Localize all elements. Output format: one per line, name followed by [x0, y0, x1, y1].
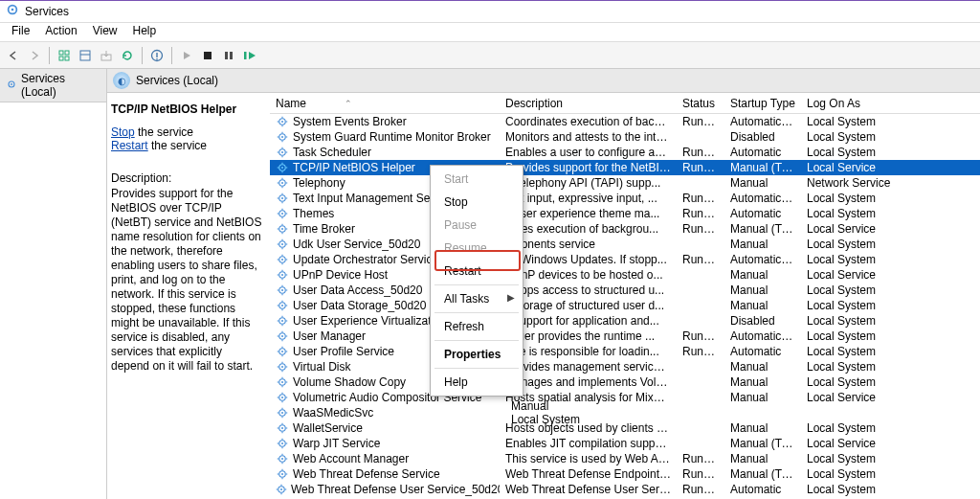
table-row[interactable]: System Events BrokerCoordinates executio… [270, 114, 980, 129]
content: TCP/IP NetBIOS Helper Stop the service R… [107, 93, 980, 499]
service-desc: s apps access to structured u... [500, 284, 677, 297]
service-desc: nates execution of backgrou... [500, 222, 677, 236]
col-name[interactable]: Name⌃ [270, 97, 500, 110]
restart-icon[interactable] [240, 46, 259, 65]
table-row[interactable]: User Profile Servicevice is responsible … [270, 344, 980, 359]
gear-icon [276, 452, 289, 465]
stop-icon[interactable] [198, 46, 217, 65]
cm-stop[interactable]: Stop [431, 191, 523, 214]
service-status: Running [677, 192, 724, 205]
service-startup: Automatic [724, 207, 801, 220]
col-status[interactable]: Status [677, 97, 724, 110]
service-name: Time Broker [293, 222, 355, 236]
service-logon: Local System [801, 207, 897, 220]
table-row[interactable]: Telephonys Telephony API (TAPI) supp...M… [270, 175, 980, 191]
table-row[interactable]: Themess user experience theme ma...Runni… [270, 206, 980, 221]
service-logon: Local System [801, 421, 897, 435]
back-icon[interactable] [4, 46, 23, 65]
table-row[interactable]: Udk User Service_50d20mponents serviceMa… [270, 237, 980, 252]
gear-icon [276, 483, 287, 496]
help-icon[interactable] [147, 46, 167, 65]
svg-point-103 [281, 335, 283, 337]
tree-root[interactable]: Services (Local) [0, 69, 106, 102]
service-startup: Manual [724, 268, 801, 282]
service-name: WaaSMedicSvc [293, 406, 373, 420]
service-desc: Enables a user to configure and sche... [500, 146, 677, 159]
table-row[interactable]: Update Orchestrator Servicees Windows Up… [270, 252, 980, 267]
col-logon[interactable]: Log On As [801, 97, 897, 110]
refresh-icon[interactable] [118, 46, 137, 65]
menu-view[interactable]: View [85, 23, 125, 41]
service-desc: Hosts objects used by clients of the ... [500, 421, 677, 435]
table-row[interactable]: UPnP Device HostUPnP devices to be hoste… [270, 267, 980, 283]
table-row[interactable]: Volume Shadow CopyManages and implements… [270, 374, 980, 390]
cm-properties[interactable]: Properties [431, 343, 523, 366]
gear-icon [276, 299, 289, 312]
table-row[interactable]: User Experience Virtualizations support … [270, 313, 980, 329]
table-row[interactable]: User Data Access_50d20s apps access to s… [270, 283, 980, 298]
table-row[interactable]: System Guard Runtime Monitor BrokerMonit… [270, 129, 980, 145]
service-name: Warp JIT Service [293, 437, 380, 450]
table-row[interactable]: Time Brokernates execution of backgrou..… [270, 221, 980, 237]
cm-pause: Pause [431, 214, 523, 237]
svg-point-109 [281, 351, 283, 352]
svg-rect-15 [244, 52, 247, 59]
table-row[interactable]: Warp JIT ServiceEnables JIT compilation … [270, 436, 980, 451]
menu-file[interactable]: File [4, 23, 37, 41]
table-row[interactable]: TCP/IP NetBIOS HelperProvides support fo… [270, 160, 980, 175]
col-name-label: Name [276, 97, 306, 110]
cm-restart[interactable]: Restart [431, 260, 523, 283]
table-row[interactable]: Text Input Management Servitext input, e… [270, 191, 980, 206]
table-row[interactable]: Task SchedulerEnables a user to configur… [270, 145, 980, 160]
service-desc: s user experience theme ma... [500, 207, 677, 220]
svg-point-85 [281, 289, 283, 291]
gear-icon [276, 467, 289, 481]
stop-link[interactable]: Stop [111, 125, 135, 139]
cm-sep [434, 340, 519, 341]
service-name: System Events Broker [293, 115, 407, 128]
svg-point-91 [281, 305, 283, 306]
svg-rect-12 [204, 52, 212, 59]
table-row[interactable]: User Managernager provides the runtime .… [270, 329, 980, 344]
cm-start: Start [431, 168, 523, 191]
tile-icon[interactable] [55, 46, 74, 65]
context-menu: Start Stop Pause Resume Restart All Task… [430, 165, 523, 397]
service-desc: nager provides the runtime ... [500, 329, 677, 343]
col-description[interactable]: Description [500, 97, 677, 110]
svg-rect-5 [65, 57, 69, 60]
service-startup: Automatic [724, 345, 801, 358]
cm-refresh[interactable]: Refresh [431, 315, 523, 338]
table-row[interactable]: Virtual DiskProvides management services… [270, 359, 980, 374]
svg-point-25 [281, 136, 283, 138]
gear-icon [276, 176, 289, 190]
svg-point-55 [281, 213, 283, 215]
table-row[interactable]: WaaSMedicSvcManualLocal System [270, 405, 980, 420]
svg-point-73 [281, 259, 283, 261]
props-icon[interactable] [76, 46, 95, 65]
service-name: User Data Storage_50d20 [293, 299, 426, 312]
play-icon[interactable] [177, 46, 196, 65]
service-startup: Manual [505, 399, 582, 413]
svg-point-121 [281, 381, 283, 383]
col-startup[interactable]: Startup Type [724, 97, 801, 110]
cm-help[interactable]: Help [431, 371, 523, 394]
table-row[interactable]: Web Threat Defense ServiceWeb Threat Def… [270, 466, 980, 482]
pause-icon[interactable] [219, 46, 238, 65]
table-row[interactable]: User Data Storage_50d20s storage of stru… [270, 298, 980, 313]
service-name: Web Threat Defense User Service_50d20 [291, 483, 500, 496]
cm-all-tasks[interactable]: All Tasks▶ [431, 287, 523, 310]
service-startup: Manual [724, 299, 801, 312]
service-desc: Manages and implements Volume S... [500, 375, 677, 389]
restart-link[interactable]: Restart [111, 139, 148, 152]
export-icon[interactable] [97, 46, 116, 65]
service-startup: Manual [724, 375, 801, 389]
menu-help[interactable]: Help [125, 23, 165, 41]
forward-icon[interactable] [25, 46, 44, 65]
table-row[interactable]: Web Threat Defense User Service_50d20Web… [270, 482, 980, 497]
menu-action[interactable]: Action [37, 23, 84, 41]
service-name: Text Input Management Servi [293, 192, 442, 205]
table-row[interactable]: WalletServiceHosts objects used by clien… [270, 420, 980, 436]
table-row[interactable]: Web Account ManagerThis service is used … [270, 451, 980, 466]
svg-point-151 [281, 458, 283, 460]
service-logon: Network Service [801, 176, 897, 190]
